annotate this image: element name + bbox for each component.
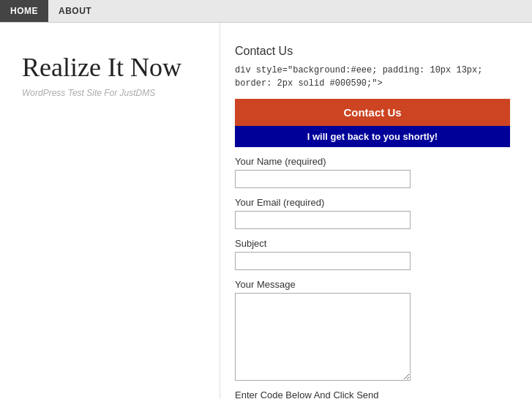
- nav-bar: HOME ABOUT: [0, 0, 532, 23]
- email-field-group: Your Email (required): [235, 197, 510, 229]
- name-label: Your Name (required): [235, 156, 510, 167]
- contact-section-title: Contact Us: [235, 45, 510, 58]
- message-textarea[interactable]: [235, 293, 411, 381]
- code-snippet: div style="background:#eee; padding: 10p…: [235, 64, 510, 90]
- nav-item-about[interactable]: ABOUT: [48, 0, 102, 22]
- name-field-group: Your Name (required): [235, 156, 510, 188]
- message-field-group: Your Message: [235, 279, 510, 381]
- site-title: Realize It Now: [22, 52, 198, 83]
- subject-label: Subject: [235, 238, 510, 249]
- captcha-label: Enter Code Below And Click Send: [235, 389, 510, 399]
- subject-input[interactable]: [235, 252, 411, 270]
- captcha-group: Enter Code Below And Click Send 3 2 U W: [235, 389, 510, 399]
- message-label: Your Message: [235, 279, 510, 290]
- subject-field-group: Subject: [235, 238, 510, 270]
- email-label: Your Email (required): [235, 197, 510, 208]
- name-input[interactable]: [235, 170, 411, 188]
- email-input[interactable]: [235, 211, 411, 229]
- contact-us-button[interactable]: Contact Us: [235, 99, 510, 126]
- right-column: Contact Us div style="background:#eee; p…: [220, 23, 532, 399]
- site-subtitle: WordPress Test Site For JustDMS: [22, 88, 198, 98]
- confirmation-bar: I will get back to you shortly!: [235, 126, 510, 147]
- nav-item-home[interactable]: HOME: [0, 0, 48, 22]
- left-column: Realize It Now WordPress Test Site For J…: [0, 23, 220, 399]
- page-wrapper: Realize It Now WordPress Test Site For J…: [0, 23, 532, 399]
